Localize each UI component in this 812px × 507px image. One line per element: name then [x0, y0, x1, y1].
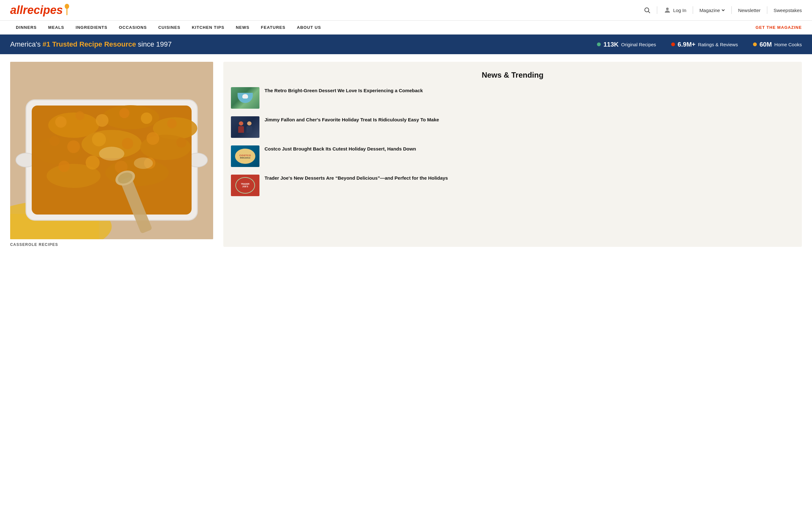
- svg-point-22: [96, 114, 108, 127]
- news-thumb-4: TRADERJOE'S: [231, 175, 259, 196]
- sidebar-title: News & Trending: [231, 71, 794, 79]
- news-sidebar: News & Trending The Retro Bright-Green D…: [223, 62, 802, 247]
- stat-cooks-number: 60M: [759, 41, 772, 48]
- svg-point-32: [58, 161, 70, 172]
- nav-ingredients[interactable]: INGREDIENTS: [70, 20, 113, 34]
- svg-point-37: [134, 158, 153, 169]
- svg-point-27: [67, 140, 80, 153]
- main-content: CASSEROLE RECIPES News & Trending The Re…: [0, 54, 812, 255]
- stat-recipes-label: Original Recipes: [621, 42, 656, 47]
- hero-section: CASSEROLE RECIPES: [10, 62, 213, 247]
- stat-dot-orange: [753, 43, 757, 46]
- newsletter-link[interactable]: Newsletter: [738, 8, 761, 13]
- nav-occasions[interactable]: OCCASIONS: [113, 20, 153, 34]
- hero-label: CASSEROLE RECIPES: [10, 242, 213, 247]
- person-head-2: [247, 121, 252, 125]
- news-item-3[interactable]: COSTCO WHOLESALE Costco Just Brought Bac…: [231, 146, 794, 167]
- logo-text: allrecipes: [10, 4, 63, 16]
- person-body: [238, 126, 244, 133]
- svg-point-0: [65, 4, 69, 9]
- costco-inner: COSTCO WHOLESALE: [235, 149, 255, 164]
- svg-point-36: [99, 147, 124, 161]
- nav-news[interactable]: NEWS: [230, 20, 255, 34]
- stat-cooks-label: Home Cooks: [774, 42, 802, 47]
- nav-features[interactable]: FEATURES: [255, 20, 291, 34]
- news-headline-2: Jimmy Fallon and Cher's Favorite Holiday…: [264, 116, 439, 123]
- svg-point-24: [141, 112, 152, 124]
- svg-point-26: [49, 136, 60, 146]
- person-body-2: [247, 126, 252, 133]
- logo[interactable]: allrecipes: [10, 4, 70, 16]
- svg-line-3: [648, 11, 650, 13]
- nav-kitchen-tips[interactable]: KITCHEN TIPS: [186, 20, 230, 34]
- search-button[interactable]: [644, 7, 651, 14]
- nav-meals[interactable]: MEALS: [43, 20, 70, 34]
- magazine-label: Magazine: [699, 8, 720, 13]
- banner-headline: America's #1 Trusted Recipe Resource sin…: [10, 40, 171, 49]
- svg-point-23: [119, 108, 130, 118]
- svg-point-21: [75, 111, 84, 120]
- chevron-down-icon: [721, 8, 725, 12]
- person-left: [238, 121, 244, 133]
- news-item-4[interactable]: TRADERJOE'S Trader Joe's New Desserts Ar…: [231, 175, 794, 196]
- header-divider-3: [731, 6, 732, 14]
- svg-point-20: [55, 116, 67, 128]
- svg-point-31: [176, 137, 187, 148]
- news-headline-3: Costco Just Brought Back Its Cutest Holi…: [264, 146, 416, 152]
- header-divider-4: [767, 6, 767, 14]
- stat-recipes-number: 113K: [603, 41, 618, 48]
- traderjoes-text: TRADERJOE'S: [241, 183, 249, 188]
- news-headline-1: The Retro Bright-Green Dessert We Love I…: [264, 87, 423, 94]
- costco-text-sub: WHOLESALE: [240, 157, 251, 159]
- user-icon: [664, 6, 671, 14]
- traderjoes-inner: TRADERJOE'S: [235, 177, 255, 193]
- main-nav: DINNERS MEALS INGREDIENTS OCCASIONS CUIS…: [0, 20, 812, 35]
- casserole-svg: [10, 62, 213, 239]
- header-divider: [657, 6, 657, 14]
- svg-point-29: [122, 138, 133, 149]
- spoon-icon: [64, 4, 70, 16]
- login-button[interactable]: Log In: [664, 6, 687, 14]
- sweepstakes-link[interactable]: Sweepstakes: [774, 8, 802, 13]
- hero-image[interactable]: [10, 62, 213, 239]
- svg-point-30: [147, 132, 159, 145]
- stat-cooks: 60M Home Cooks: [753, 41, 802, 48]
- nav-cuisines[interactable]: CUISINES: [153, 20, 186, 34]
- stat-ratings-label: Ratings & Reviews: [698, 42, 738, 47]
- magazine-button[interactable]: Magazine: [699, 8, 725, 13]
- dessert-bowl: [238, 93, 253, 103]
- header-right: Log In Magazine Newsletter Sweepstakes: [644, 6, 802, 14]
- search-icon: [644, 7, 651, 14]
- person-right: [246, 121, 252, 133]
- nav-dinners[interactable]: DINNERS: [10, 20, 43, 34]
- svg-point-4: [666, 8, 669, 10]
- news-item-2[interactable]: Jimmy Fallon and Cher's Favorite Holiday…: [231, 116, 794, 138]
- header-divider-2: [693, 6, 693, 14]
- news-thumb-1: [231, 87, 259, 109]
- stat-ratings-number: 6.9M+: [677, 41, 695, 48]
- header: allrecipes Log In Magazine: [0, 0, 812, 20]
- svg-point-25: [167, 119, 177, 128]
- news-thumb-2: [231, 116, 259, 138]
- stat-ratings: 6.9M+ Ratings & Reviews: [671, 41, 738, 48]
- banner-bold: #1 Trusted Recipe Resource: [43, 40, 136, 48]
- stat-dot-green: [597, 43, 601, 46]
- svg-point-33: [86, 156, 100, 170]
- news-headline-4: Trader Joe's New Desserts Are “Beyond De…: [264, 175, 448, 181]
- stat-recipes: 113K Original Recipes: [597, 41, 656, 48]
- news-item-1[interactable]: The Retro Bright-Green Dessert We Love I…: [231, 87, 794, 109]
- banner-prefix: America's: [10, 40, 43, 48]
- news-thumb-3: COSTCO WHOLESALE: [231, 146, 259, 167]
- dessert-whip: [242, 94, 248, 99]
- login-label: Log In: [673, 8, 687, 13]
- person-head: [239, 121, 243, 125]
- trust-banner: America's #1 Trusted Recipe Resource sin…: [0, 35, 812, 54]
- banner-suffix: since 1997: [136, 40, 172, 48]
- nav-about-us[interactable]: ABOUT US: [291, 20, 327, 34]
- svg-point-2: [645, 8, 649, 12]
- banner-stats: 113K Original Recipes 6.9M+ Ratings & Re…: [597, 41, 802, 48]
- nav-get-magazine[interactable]: GET THE MAGAZINE: [756, 25, 802, 30]
- svg-point-28: [92, 132, 106, 147]
- stat-dot-red: [671, 43, 675, 46]
- costco-text-main: COSTCO: [240, 154, 251, 157]
